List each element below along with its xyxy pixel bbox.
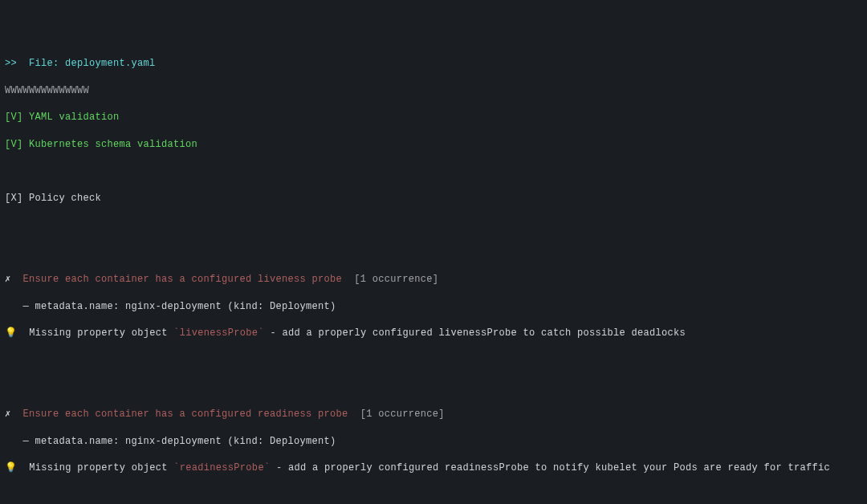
bulb-icon: 💡: [5, 462, 17, 474]
blank: [5, 489, 862, 502]
issue-title: Ensure each container has a configured r…: [23, 408, 348, 420]
blank: [5, 165, 862, 179]
issue-occurrence: [1 occurrence]: [360, 408, 445, 420]
cross-icon: ✗: [5, 408, 11, 420]
blank: [5, 354, 862, 368]
file-header: >> File: deployment.yaml: [5, 57, 862, 71]
issue-meta: — metadata.name: nginx-deployment (kind:…: [5, 435, 862, 449]
issue-hint: 💡 Missing property object `readinessProb…: [5, 461, 862, 475]
issue-row: ✗ Ensure each container has a configured…: [5, 408, 862, 421]
validation-k8s: [V] Kubernetes schema validation: [5, 138, 862, 152]
file-label: File:: [29, 58, 59, 69]
cross-icon: ✗: [5, 274, 11, 285]
issue-hint: 💡 Missing property object `livenessProbe…: [5, 327, 862, 340]
issue-occurrence: [1 occurrence]: [354, 274, 438, 285]
file-name: deployment.yaml: [65, 58, 156, 69]
issue-title: Ensure each container has a configured l…: [23, 274, 343, 285]
validation-yaml: [V] YAML validation: [5, 111, 862, 124]
issue-row: ✗ Ensure each container has a configured…: [5, 273, 862, 287]
prompt: >>: [5, 58, 17, 69]
issue-meta: — metadata.name: nginx-deployment (kind:…: [5, 300, 862, 314]
blank: [5, 219, 862, 233]
underline-w: WWWWWWWWWWWWWW: [5, 84, 862, 98]
bulb-icon: 💡: [5, 327, 17, 339]
policy-check-header: [X] Policy check: [5, 192, 862, 205]
